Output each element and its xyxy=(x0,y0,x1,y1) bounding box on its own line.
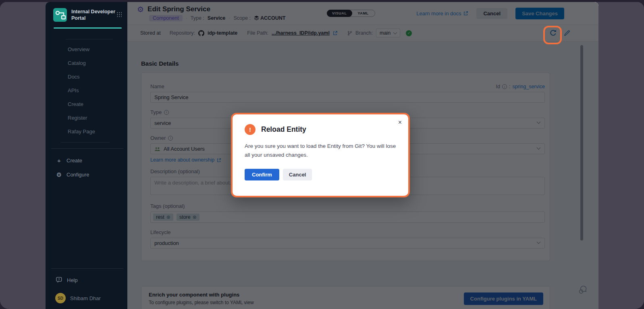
warning-icon: ! xyxy=(245,124,256,135)
sidebar-item-overview[interactable]: Overview xyxy=(46,42,127,56)
sidebar-item-docs[interactable]: Docs xyxy=(46,70,127,83)
sidebar-item-label: Rafay Page xyxy=(68,129,95,135)
confirm-button[interactable]: Confirm xyxy=(245,169,279,180)
configure-label: Configure xyxy=(66,172,89,178)
app-switcher-grid-icon[interactable] xyxy=(116,12,122,17)
user-name: Shibam Dhar xyxy=(70,295,101,301)
sidebar-item-label: APIs xyxy=(68,87,79,93)
reload-highlight-annotation xyxy=(543,26,562,44)
modal-message: Are you sure you want to load the Entity… xyxy=(245,142,403,160)
sidebar-item-catalog[interactable]: Catalog xyxy=(46,56,127,70)
product-title: Internal Developer Portal xyxy=(71,8,116,22)
sidebar: Internal Developer Portal Overview Catal… xyxy=(46,2,127,309)
divider xyxy=(51,148,123,149)
sidebar-item-label: Catalog xyxy=(68,60,86,66)
svg-text:?: ? xyxy=(58,278,60,281)
sidebar-header: Internal Developer Portal xyxy=(46,2,127,29)
help-button[interactable]: ? Help xyxy=(56,277,127,283)
divider xyxy=(61,142,110,143)
user-menu[interactable]: SD Shibam Dhar xyxy=(55,293,127,303)
close-icon[interactable]: × xyxy=(398,119,402,126)
sidebar-item-label: Docs xyxy=(68,74,80,80)
sidebar-nav: Overview Catalog Docs APIs Create Regist… xyxy=(46,42,127,138)
sidebar-configure-button[interactable]: ⚙ Configure xyxy=(46,168,127,182)
sidebar-item-label: Overview xyxy=(68,46,89,52)
sidebar-item-rafay-page[interactable]: Rafay Page xyxy=(46,124,127,138)
sidebar-item-label: Register xyxy=(68,115,87,121)
divider xyxy=(51,268,123,269)
reload-entity-modal: × ! Reload Entity Are you sure you want … xyxy=(231,113,410,197)
sidebar-item-apis[interactable]: APIs xyxy=(46,83,127,97)
plus-icon: + xyxy=(56,157,62,164)
sidebar-item-label: Create xyxy=(68,101,83,107)
brand-underline xyxy=(54,27,122,29)
gear-icon: ⚙ xyxy=(56,171,62,178)
modal-title: Reload Entity xyxy=(261,125,306,134)
idp-logo-icon xyxy=(53,8,67,22)
modal-cancel-button[interactable]: Cancel xyxy=(283,169,312,180)
divider xyxy=(66,39,113,39)
avatar: SD xyxy=(55,293,66,303)
screenshot-stage: Internal Developer Portal Overview Catal… xyxy=(0,0,644,309)
sidebar-item-register[interactable]: Register xyxy=(46,111,127,124)
create-label: Create xyxy=(66,158,82,164)
sidebar-create-button[interactable]: + Create xyxy=(46,153,127,168)
sidebar-item-create[interactable]: Create xyxy=(46,97,127,111)
help-label: Help xyxy=(67,277,78,283)
help-chat-icon: ? xyxy=(56,277,63,283)
